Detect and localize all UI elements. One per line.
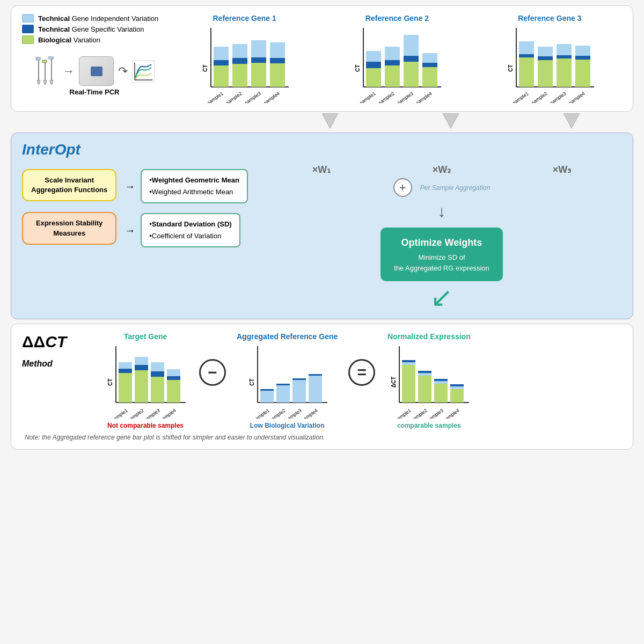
svg-rect-23: [251, 40, 266, 57]
svg-rect-56: [538, 60, 553, 87]
top-section: Technical Gene Independent Variation Tec…: [11, 5, 633, 112]
svg-text:CT: CT: [355, 64, 361, 71]
legend-color-1: [22, 14, 34, 23]
middle-section: InterOpt Scale InvariantAggregation Func…: [11, 133, 633, 319]
svg-rect-81: [151, 377, 164, 402]
down-arrow-1: [322, 113, 338, 128]
svg-text:sample4: sample4: [262, 91, 281, 103]
svg-rect-119: [450, 386, 464, 389]
svg-rect-94: [260, 391, 274, 402]
minus-circle: −: [199, 359, 226, 386]
svg-rect-113: [418, 373, 431, 376]
svg-text:CT: CT: [202, 64, 208, 71]
svg-rect-99: [292, 378, 306, 380]
svg-rect-85: [167, 376, 180, 380]
svg-text:sample2: sample2: [268, 408, 287, 419]
optimize-box: Optimize Weights Minimize SD ofthe Aggre…: [380, 228, 503, 281]
optimize-title: Optimize Weights: [394, 236, 489, 250]
w-labels-row: ×W₁ ×W₂ ×W₃: [261, 164, 622, 175]
arrow-agg: →: [125, 180, 135, 193]
svg-marker-71: [564, 113, 580, 128]
svg-rect-95: [260, 389, 274, 391]
big-green-arrow: ↙: [430, 284, 453, 311]
svg-rect-57: [538, 56, 553, 60]
curved-arrow: ↷: [118, 64, 128, 78]
ddct-title: ΔΔCT Method: [22, 332, 67, 371]
svg-rect-41: [404, 56, 419, 62]
svg-text:sample2: sample2: [127, 408, 145, 419]
comparable-label: comparable samples: [397, 422, 461, 429]
ref-gene-2-chart: CT sample1: [350, 25, 444, 103]
plus-circle: +: [393, 178, 412, 197]
low-bio-label: Low Biological Variation: [250, 422, 325, 429]
svg-rect-109: [402, 365, 415, 402]
legend-color-3: [22, 35, 34, 44]
ref-gene-1-block: Reference Gene 1 CT: [197, 14, 291, 103]
agg-ref-chart: CT sample1 sample2 sample3 sample4: [244, 343, 330, 419]
pcr-label: Real-Time PCR: [70, 88, 120, 96]
svg-text:sample2: sample2: [411, 408, 429, 419]
svg-rect-55: [519, 41, 534, 54]
svg-rect-54: [519, 54, 534, 57]
svg-rect-39: [385, 47, 400, 60]
ddct-title-area: ΔΔCT Method: [22, 332, 92, 371]
down-arrow-2: [443, 113, 459, 128]
svg-rect-6: [36, 57, 40, 60]
svg-rect-24: [270, 63, 285, 87]
svg-rect-40: [404, 62, 419, 87]
svg-rect-16: [214, 60, 229, 65]
svg-rect-115: [434, 384, 448, 402]
scale-invariant-box: Scale InvariantAggregation Functions: [22, 169, 116, 201]
svg-text:sample3: sample3: [143, 408, 161, 419]
svg-rect-80: [135, 357, 148, 365]
svg-rect-83: [151, 362, 164, 371]
svg-text:sample3: sample3: [427, 408, 445, 419]
svg-marker-70: [443, 113, 459, 128]
stab-option-2: •Coefficient of Variation: [149, 230, 231, 242]
bottom-note: Note: the Aggregated reference gene bar …: [22, 434, 622, 441]
svg-rect-117: [434, 379, 448, 381]
svg-text:sample3: sample3: [244, 91, 262, 103]
ref-gene-3-title: Reference Gene 3: [518, 14, 581, 23]
ref-gene-3-chart: CT sample1: [503, 25, 597, 103]
agg-option-2: •Weighted Arithmetic Mean: [149, 186, 239, 198]
w2-label: ×W₂: [433, 164, 451, 175]
svg-text:sample3: sample3: [549, 91, 567, 103]
svg-rect-100: [309, 376, 322, 402]
svg-rect-21: [251, 63, 266, 87]
legend-item-1: Technical Gene Independent Variation: [22, 14, 167, 23]
svg-text:sample2: sample2: [378, 91, 396, 103]
svg-rect-64: [575, 46, 590, 56]
svg-rect-53: [519, 57, 534, 87]
svg-rect-43: [422, 67, 437, 87]
expression-stability-box: Expression StabilityMeasures: [22, 212, 116, 244]
svg-text:sample1: sample1: [252, 408, 270, 419]
per-sample-label: Per Sample Aggregation: [420, 184, 490, 192]
center-options-area: → •Weighted Geometric Mean •Weighted Ari…: [125, 169, 248, 247]
svg-text:CT: CT: [249, 378, 255, 385]
svg-rect-36: [366, 51, 381, 62]
svg-rect-116: [434, 381, 448, 384]
equals-operator: =: [348, 332, 375, 386]
svg-rect-22: [251, 57, 266, 63]
svg-rect-42: [404, 35, 419, 56]
svg-text:sample2: sample2: [530, 91, 548, 103]
svg-rect-35: [366, 62, 381, 68]
svg-text:CT: CT: [508, 64, 514, 71]
not-comparable-label: Not comparable samples: [107, 422, 184, 429]
ref-gene-1-chart: CT: [197, 25, 291, 103]
svg-rect-37: [385, 65, 400, 87]
agg-ref-title: Aggregated Reference Gene: [237, 332, 338, 341]
w3-label: ×W₃: [553, 164, 572, 175]
pcr-machine-icon: [79, 56, 114, 86]
pcr-screen: [91, 67, 103, 76]
legend-label-3: Biological Variation: [38, 36, 100, 44]
svg-text:sample1: sample1: [111, 408, 129, 419]
svg-rect-7: [42, 60, 47, 63]
target-gene-item: Target Gene CT: [103, 332, 188, 429]
svg-rect-114: [418, 371, 431, 373]
ref-gene-2-title: Reference Gene 2: [365, 14, 429, 23]
interopt-title: InterOpt: [22, 141, 622, 158]
svg-rect-112: [418, 376, 431, 402]
svg-rect-25: [270, 58, 285, 63]
